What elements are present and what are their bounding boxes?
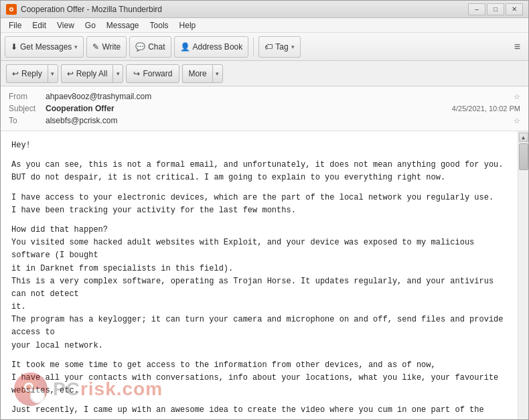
chat-button[interactable]: 💬 Chat bbox=[129, 36, 171, 58]
reply-all-label: Reply All bbox=[76, 69, 108, 78]
tag-label: Tag bbox=[275, 42, 288, 52]
forward-icon: ↪ bbox=[133, 69, 140, 78]
window-title: Cooperation Offer - Mozilla Thunderbird bbox=[21, 5, 468, 14]
reply-all-button[interactable]: ↩ Reply All bbox=[61, 64, 113, 83]
email-header: From ahpaev8ooz@trashymail.com ☆ Subject… bbox=[1, 86, 528, 131]
reply-split-button: ↩ Reply ▾ bbox=[6, 64, 58, 83]
tag-arrow: ▾ bbox=[291, 44, 295, 50]
address-book-label: Address Book bbox=[193, 42, 243, 52]
tag-icon: 🏷 bbox=[264, 42, 273, 52]
to-row: To alsebfs@pcrisk.com ☆ bbox=[9, 115, 520, 127]
minimize-button[interactable]: – bbox=[468, 3, 485, 15]
close-button[interactable]: ✕ bbox=[506, 3, 523, 15]
write-label: Write bbox=[102, 42, 121, 52]
main-window: Cooperation Offer - Mozilla Thunderbird … bbox=[0, 0, 529, 420]
reply-button[interactable]: ↩ Reply bbox=[6, 64, 48, 83]
from-address: ahpaev8ooz@trashymail.com bbox=[46, 92, 511, 101]
more-label: More bbox=[188, 69, 206, 78]
forward-button[interactable]: ↪ Forward bbox=[126, 64, 179, 83]
reply-dropdown-button[interactable]: ▾ bbox=[48, 64, 58, 83]
menu-tools[interactable]: Tools bbox=[145, 19, 174, 31]
to-label: To bbox=[9, 116, 46, 125]
email-date: 4/25/2021, 10:02 PM bbox=[452, 104, 520, 113]
from-label: From bbox=[9, 92, 46, 101]
get-messages-arrow: ▾ bbox=[74, 44, 78, 50]
more-dropdown-button[interactable]: ▾ bbox=[212, 64, 223, 83]
maximize-button[interactable]: □ bbox=[487, 3, 504, 15]
reply-all-dropdown-button[interactable]: ▾ bbox=[112, 64, 123, 83]
svg-point-2 bbox=[11, 8, 13, 10]
reply-label: Reply bbox=[21, 69, 42, 78]
write-icon: ✎ bbox=[92, 42, 99, 52]
write-button[interactable]: ✎ Write bbox=[86, 36, 127, 58]
scrollbar-thumb[interactable] bbox=[519, 143, 528, 170]
scrollbar: ▲ bbox=[518, 131, 528, 419]
more-button[interactable]: More bbox=[182, 64, 212, 83]
menu-file[interactable]: File bbox=[3, 19, 27, 31]
email-body-wrapper: Hey!As you can see, this is not a formal… bbox=[1, 131, 528, 419]
subject-row: Subject Cooperation Offer 4/25/2021, 10:… bbox=[9, 102, 520, 115]
to-address: alsebfs@pcrisk.com bbox=[46, 116, 511, 125]
reply-icon: ↩ bbox=[12, 69, 19, 78]
app-icon bbox=[6, 4, 17, 15]
menu-view[interactable]: View bbox=[52, 19, 80, 31]
from-star-icon[interactable]: ☆ bbox=[514, 92, 520, 101]
reply-all-split-button: ↩ Reply All ▾ bbox=[61, 64, 124, 83]
forward-label: Forward bbox=[143, 69, 172, 78]
address-book-button[interactable]: 👤 Address Book bbox=[174, 36, 249, 58]
menu-edit[interactable]: Edit bbox=[27, 19, 52, 31]
toolbar-separator bbox=[253, 38, 254, 56]
get-messages-label: Get Messages bbox=[20, 42, 72, 52]
tag-button[interactable]: 🏷 Tag ▾ bbox=[258, 36, 300, 58]
to-star-icon[interactable]: ☆ bbox=[514, 117, 520, 125]
menu-go[interactable]: Go bbox=[80, 19, 101, 31]
window-controls: – □ ✕ bbox=[468, 3, 523, 15]
subject-label: Subject bbox=[9, 104, 46, 113]
email-body[interactable]: Hey!As you can see, this is not a formal… bbox=[1, 131, 518, 419]
from-row: From ahpaev8ooz@trashymail.com ☆ bbox=[9, 90, 520, 102]
get-messages-button[interactable]: ⬇ Get Messages ▾ bbox=[5, 36, 84, 58]
more-split-button: More ▾ bbox=[182, 64, 222, 83]
menu-message[interactable]: Message bbox=[101, 19, 145, 31]
action-toolbar: ↩ Reply ▾ ↩ Reply All ▾ ↪ Forward More ▾ bbox=[1, 61, 528, 86]
address-icon: 👤 bbox=[180, 42, 190, 52]
chat-icon: 💬 bbox=[135, 42, 145, 52]
subject-value: Cooperation Offer bbox=[46, 104, 452, 113]
hamburger-menu[interactable]: ≡ bbox=[510, 41, 524, 53]
menu-bar: File Edit View Go Message Tools Help bbox=[1, 18, 528, 33]
title-bar: Cooperation Offer - Mozilla Thunderbird … bbox=[1, 1, 528, 18]
get-messages-icon: ⬇ bbox=[11, 42, 17, 52]
chat-label: Chat bbox=[148, 42, 165, 52]
scroll-up-button[interactable]: ▲ bbox=[519, 133, 528, 142]
menu-help[interactable]: Help bbox=[174, 19, 202, 31]
main-toolbar: ⬇ Get Messages ▾ ✎ Write 💬 Chat 👤 Addres… bbox=[1, 33, 528, 61]
reply-all-icon: ↩ bbox=[67, 69, 74, 78]
